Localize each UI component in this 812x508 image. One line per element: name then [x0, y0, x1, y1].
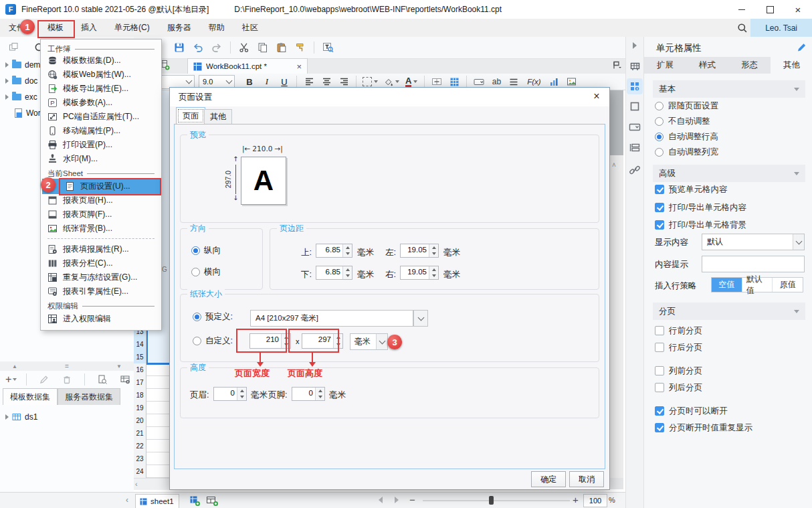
spin-down-icon[interactable] — [343, 251, 352, 258]
zoom-value-input[interactable]: 100 — [583, 494, 607, 507]
zoom-slider-thumb[interactable] — [489, 496, 494, 505]
menu-item-paper-background[interactable]: 纸张背景(B)... — [43, 222, 163, 236]
menu-cell[interactable]: 单元格(C) — [106, 19, 159, 37]
menu-item-template-parameter[interactable]: P 模板参数(A)... — [43, 96, 163, 110]
spin-up-icon[interactable] — [429, 266, 438, 273]
checkbox-icon[interactable] — [655, 383, 664, 392]
row-header[interactable]: 17 — [134, 376, 146, 390]
display-content-combo[interactable]: 默认 — [702, 234, 805, 250]
radio-icon[interactable] — [655, 102, 664, 110]
radio-icon[interactable] — [191, 268, 200, 276]
menu-item-mobile-attr[interactable]: 移动端属性(P)... — [43, 124, 163, 138]
check-page-after-column[interactable]: 列后分页 — [655, 381, 702, 394]
check-page-after-row[interactable]: 行后分页 — [655, 341, 702, 354]
menu-item-template-dataset[interactable]: 模板数据集(D)... — [43, 54, 163, 68]
condition-attribute-icon[interactable] — [629, 143, 641, 153]
check-page-before-row[interactable]: 行前分页 — [655, 324, 702, 337]
scroll-up-icon[interactable]: ˄ — [612, 161, 616, 169]
search-icon[interactable] — [734, 20, 750, 36]
option-no-auto-adjust[interactable]: 不自动调整 — [655, 114, 710, 128]
add-dashboard-sheet-icon[interactable] — [206, 495, 219, 507]
section-paging[interactable]: 分页 — [653, 303, 805, 320]
check-print-cell-background[interactable]: 打印/导出单元格背景 — [655, 218, 746, 232]
segment-default-value[interactable]: 默认值 — [742, 278, 773, 292]
edit-pencil-icon[interactable] — [797, 42, 807, 52]
menu-community[interactable]: 社区 — [233, 19, 267, 37]
scroll-left-icon[interactable]: ‹ — [135, 479, 138, 489]
dialog-tab-page[interactable]: 页面 — [176, 107, 205, 124]
predefined-size-combo[interactable]: A4 [210x297 毫米] — [250, 310, 413, 327]
section-advanced[interactable]: 高级 — [653, 165, 805, 182]
checkbox-icon[interactable] — [655, 423, 664, 432]
sheet-nav-left-icon[interactable]: ‹ — [126, 495, 128, 505]
collapse-up-icon[interactable]: ▲ — [12, 363, 17, 369]
fill-color-button[interactable] — [381, 77, 401, 86]
dataset-item-ds1[interactable]: ds1 — [0, 409, 134, 425]
cancel-button[interactable]: 取消 — [569, 471, 604, 487]
spin-up-icon[interactable] — [343, 244, 352, 251]
row-header[interactable]: 22 — [134, 440, 146, 453]
page-footer-spinner[interactable]: 0 — [292, 387, 325, 401]
section-basic[interactable]: 基本 — [653, 80, 805, 98]
tab-server-dataset[interactable]: 服务器数据集 — [58, 388, 120, 405]
menu-item-report-columns[interactable]: 报表分栏(C)... — [43, 256, 163, 270]
radio-icon[interactable] — [655, 148, 664, 157]
row-header[interactable]: 21 — [134, 427, 146, 440]
page-header-spinner[interactable]: 0 — [213, 387, 247, 401]
margin-bottom-spinner[interactable]: 6.85 — [316, 266, 352, 280]
minimize-button[interactable] — [728, 0, 756, 19]
tab-template-dataset[interactable]: 模板数据集 — [3, 388, 58, 405]
checkbox-icon[interactable] — [655, 185, 664, 194]
checkbox-icon[interactable] — [655, 343, 664, 352]
menu-item-template-export-attr[interactable]: 模板导出属性(E)... — [43, 82, 163, 96]
chevron-down-icon[interactable] — [183, 76, 194, 88]
check-preview-cell-content[interactable]: 预览单元格内容 — [655, 183, 728, 196]
check-repeat-value-when-break[interactable]: 分页断开时值重复显示 — [655, 421, 752, 434]
margin-top-spinner[interactable]: 6.85 — [316, 244, 352, 258]
menu-help[interactable]: 帮助 — [200, 19, 233, 37]
zoom-in-icon[interactable]: + — [573, 494, 579, 505]
margin-left-spinner[interactable]: 19.05 — [400, 244, 439, 258]
spin-up-icon[interactable] — [429, 244, 438, 251]
row-header[interactable]: 24 — [134, 465, 146, 479]
vertical-scroll-thumb[interactable] — [609, 90, 623, 155]
zoom-out-icon[interactable]: − — [409, 494, 415, 505]
row-header[interactable]: 18 — [134, 389, 146, 402]
tab-present[interactable]: 形态 — [728, 57, 771, 74]
row-header[interactable]: 20 — [134, 414, 146, 428]
spin-up-icon[interactable] — [343, 266, 352, 273]
expand-arrow-icon[interactable] — [5, 94, 9, 100]
redo-icon[interactable] — [209, 39, 225, 56]
edit-dataset-icon[interactable] — [36, 371, 52, 388]
expand-arrow-icon[interactable] — [5, 62, 9, 68]
format-painter-icon[interactable] — [292, 39, 308, 56]
hyperlink-icon[interactable] — [629, 164, 641, 176]
copy-icon[interactable] — [255, 39, 271, 56]
checkbox-icon[interactable] — [655, 406, 664, 416]
document-tab-workbook11[interactable]: WorkBook11.cpt * × — [187, 58, 308, 74]
dialog-tab-other[interactable]: 其他 — [204, 109, 232, 124]
row-header[interactable]: 15 — [134, 351, 146, 364]
tab-style[interactable]: 样式 — [686, 57, 728, 74]
menu-insert[interactable]: 插入 — [72, 19, 106, 37]
paste-icon[interactable] — [274, 39, 290, 56]
spin-up-icon[interactable] — [237, 388, 246, 394]
check-print-cell-content[interactable]: 打印/导出单元格内容 — [655, 201, 746, 214]
chevron-down-icon[interactable] — [376, 334, 387, 349]
menu-item-engine-attributes[interactable]: 报表引擎属性(E)... — [43, 284, 163, 299]
margin-right-spinner[interactable]: 19.05 — [400, 266, 439, 280]
dataset-settings-icon[interactable] — [117, 371, 133, 388]
tab-other[interactable]: 其他 — [771, 57, 812, 74]
undo-icon[interactable] — [190, 39, 206, 56]
check-can-break-on-paging[interactable]: 分页时可以断开 — [655, 404, 728, 418]
menu-item-report-footer[interactable]: 报表页脚(F)... — [43, 207, 163, 222]
close-tab-icon[interactable]: × — [296, 62, 302, 72]
add-grid-sheet-icon[interactable] — [189, 495, 201, 507]
delete-dataset-icon[interactable] — [59, 371, 75, 388]
chevron-down-icon[interactable] — [793, 234, 804, 250]
float-element-icon[interactable] — [629, 101, 640, 112]
font-color-button[interactable]: A — [403, 77, 420, 87]
menu-item-watermark[interactable]: 水印(M)... — [43, 152, 163, 166]
radio-icon[interactable] — [193, 313, 201, 321]
radio-icon[interactable] — [191, 246, 200, 255]
